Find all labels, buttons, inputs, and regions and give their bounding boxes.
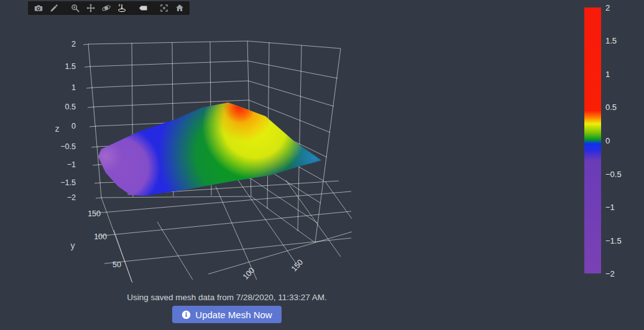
z-tick-label: 1 xyxy=(71,83,76,92)
colorbar xyxy=(584,7,601,273)
surface-mesh xyxy=(98,103,321,196)
hover-tooltip-icon[interactable] xyxy=(136,2,149,14)
z-tick-label: −1 xyxy=(67,160,76,169)
z-tick-label: 2 xyxy=(71,40,76,48)
update-mesh-button[interactable]: Update Mesh Now xyxy=(172,306,281,323)
mesh-status-text: Using saved mesh data from 7/28/2020, 11… xyxy=(0,293,454,302)
colorbar-tick-label: 0 xyxy=(605,136,610,145)
reset-view-icon[interactable] xyxy=(157,2,170,14)
pencil-icon[interactable] xyxy=(47,2,60,14)
colorbar-tick-label: 0.5 xyxy=(605,103,617,112)
y-axis-title: y xyxy=(71,241,75,250)
colorbar-tick-label: −1 xyxy=(605,203,615,212)
z-tick-label: 1.5 xyxy=(65,62,76,71)
z-tick-label: 0 xyxy=(71,122,76,131)
orbit-rotation-icon[interactable] xyxy=(99,2,113,14)
zoom-icon[interactable] xyxy=(68,2,81,14)
info-circle-icon xyxy=(182,310,191,319)
colorbar-tick-label: 1 xyxy=(605,70,610,79)
plot-modebar xyxy=(28,1,190,15)
z-tick-label: −0.5 xyxy=(60,142,76,151)
update-mesh-button-label: Update Mesh Now xyxy=(195,309,272,320)
surface-plot-scene[interactable]: 2 1.5 1 0.5 0 −0.5 −1 −1.5 −2 150 100 50… xyxy=(0,0,385,285)
colorbar-tick-label: −1.5 xyxy=(605,236,622,245)
y-tick-label: 150 xyxy=(88,209,101,218)
y-tick-label: 50 xyxy=(113,260,121,269)
z-tick-label: −2 xyxy=(67,193,76,202)
z-tick-label: −1.5 xyxy=(60,178,76,187)
pan-icon[interactable] xyxy=(84,2,97,14)
turntable-rotation-icon[interactable] xyxy=(115,2,128,14)
colorbar-tick-label: −0.5 xyxy=(605,170,622,179)
colorbar-tick-label: 2 xyxy=(605,3,610,12)
z-axis-title: z xyxy=(55,124,60,134)
x-tick-label: 100 xyxy=(241,266,256,282)
colorbar-tick-label: −2 xyxy=(605,269,615,278)
camera-icon[interactable] xyxy=(32,2,45,14)
x-tick-label: 150 xyxy=(290,258,305,273)
home-icon[interactable] xyxy=(173,2,186,14)
y-tick-label: 100 xyxy=(94,232,107,241)
z-tick-label: 0.5 xyxy=(65,103,76,111)
colorbar-tick-label: 1.5 xyxy=(605,36,617,45)
